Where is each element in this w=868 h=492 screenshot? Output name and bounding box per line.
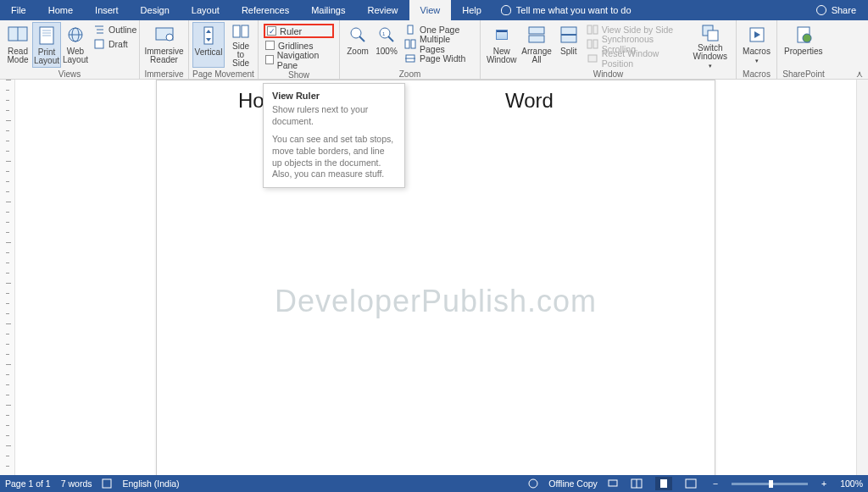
page-width-label: Page Width [420,53,465,64]
web-layout-button[interactable]: WebLayout [61,22,90,68]
outline-button[interactable]: Outline [92,22,138,36]
zoom-slider[interactable] [732,483,808,485]
web-layout-label: WebLayout [63,47,88,64]
tab-layout[interactable]: Layout [181,0,231,20]
reset-position-label: Reset Window Position [602,48,687,69]
immersive-reader-button[interactable]: ImmersiveReader [143,22,185,68]
svg-rect-38 [588,55,597,62]
gridlines-checkbox[interactable] [265,41,275,50]
zoom-percentage[interactable]: 100% [840,478,863,489]
group-show: ✓ Ruler Gridlines Navigation Pane Show [259,20,340,79]
tab-file[interactable]: File [0,0,37,20]
status-language[interactable]: English (India) [122,478,179,489]
group-zoom: Zoom 1 100% One Page Multiple Pages Page… [340,20,481,79]
offline-icon [528,478,538,489]
side-to-side-button[interactable]: Sideto Side [225,22,257,68]
ruler-checkbox[interactable]: ✓ [267,26,276,36]
navigation-pane-checkbox-row[interactable]: Navigation Pane [264,53,334,67]
vertical-icon [198,25,220,47]
one-page-icon [404,25,416,35]
svg-point-14 [166,34,173,41]
read-mode-button[interactable]: ReadMode [3,22,32,68]
collapse-ribbon-icon[interactable]: ⋏ [856,69,863,80]
tell-me-search[interactable]: Tell me what you want to do [492,0,640,20]
zoom-button[interactable]: Zoom [343,22,372,68]
bulb-icon [501,5,511,15]
tab-help[interactable]: Help [451,0,492,20]
new-window-button[interactable]: NewWindow [484,22,519,68]
svg-rect-40 [708,30,718,41]
tab-design[interactable]: Design [130,0,181,20]
new-window-icon [491,24,513,46]
reset-position-icon [587,53,598,64]
tabs-bar: File Home Insert Design Layout Reference… [0,0,868,20]
draft-icon [93,39,105,49]
svg-rect-19 [242,25,248,37]
svg-point-44 [803,34,811,42]
svg-rect-36 [587,40,592,48]
draft-button[interactable]: Draft [92,36,138,51]
tab-review[interactable]: Review [357,0,409,20]
macros-button[interactable]: Macros ▾ [740,22,773,68]
status-words[interactable]: 7 words [61,478,92,489]
sync-scrolling-icon [587,39,598,49]
switch-windows-label: SwitchWindows ▾ [692,44,729,70]
ruler-checkbox-container[interactable]: ✓ Ruler [264,24,334,38]
zoom-label: Zoom [347,47,369,56]
print-layout-view-button[interactable] [655,477,672,490]
tab-mailings[interactable]: Mailings [300,0,356,20]
navigation-pane-label: Navigation Pane [277,50,332,70]
group-window: NewWindow ArrangeAll Split View Side by … [481,20,737,79]
tooltip-subtitle: Show rulers next to your document. [272,104,396,127]
read-mode-view-button[interactable] [628,477,645,490]
share-icon [816,5,826,15]
share-label: Share [832,5,856,15]
arrange-all-label: ArrangeAll [521,47,552,64]
immersive-reader-label: ImmersiveReader [144,47,183,64]
share-button[interactable]: Share [804,0,868,20]
properties-button[interactable]: Properties [781,22,826,68]
multiple-pages-button[interactable]: Multiple Pages [403,36,476,51]
read-mode-icon [7,24,29,46]
navigation-pane-checkbox[interactable] [265,55,274,64]
side-to-side-label: Sideto Side [228,42,253,68]
zoom-in-button[interactable]: + [818,478,830,489]
spellcheck-icon[interactable] [102,478,112,489]
svg-rect-37 [593,40,598,48]
tab-references[interactable]: References [231,0,300,20]
tell-me-label: Tell me what you want to do [516,5,632,15]
tab-view[interactable]: View [409,0,452,20]
status-offline[interactable]: Offline Copy [548,478,598,489]
vertical-ruler[interactable] [0,80,15,475]
vertical-scrollbar[interactable] [856,80,868,475]
vertical-button[interactable]: Vertical [192,22,225,68]
web-layout-view-button[interactable] [682,477,699,490]
split-button[interactable]: Split [554,22,583,68]
zoom-out-button[interactable]: − [709,478,721,489]
switch-windows-button[interactable]: SwitchWindows ▾ [688,22,732,68]
web-layout-icon [64,24,86,46]
status-bar: Page 1 of 1 7 words English (India) Offl… [0,475,868,492]
print-layout-button[interactable]: PrintLayout [32,22,61,68]
tab-insert[interactable]: Insert [84,0,130,20]
macros-icon [746,24,768,46]
status-page[interactable]: Page 1 of 1 [5,478,51,489]
page-container: How____________________Word DeveloperPub… [15,80,856,475]
zoom-100-label: 100% [376,47,398,56]
svg-rect-26 [405,40,409,48]
svg-rect-34 [587,25,592,34]
vertical-label: Vertical [195,48,223,57]
zoom-100-button[interactable]: 1 100% [372,22,401,68]
group-macros: Macros ▾ Macros [737,20,777,79]
display-settings-icon[interactable] [608,478,618,489]
tab-home[interactable]: Home [37,0,84,20]
svg-point-46 [529,479,537,488]
arrange-all-button[interactable]: ArrangeAll [519,22,554,68]
tooltip-body: You can see and set tab stops, move tabl… [272,134,396,180]
document-page[interactable]: How____________________Word DeveloperPub… [156,80,715,475]
group-views: ReadMode PrintLayout WebLayout Outline D… [0,20,140,79]
watermark-text: DeveloperPublish.com [157,284,715,319]
svg-rect-12 [95,40,103,48]
page-width-button[interactable]: Page Width [403,51,476,65]
ribbon: ReadMode PrintLayout WebLayout Outline D… [0,20,868,80]
